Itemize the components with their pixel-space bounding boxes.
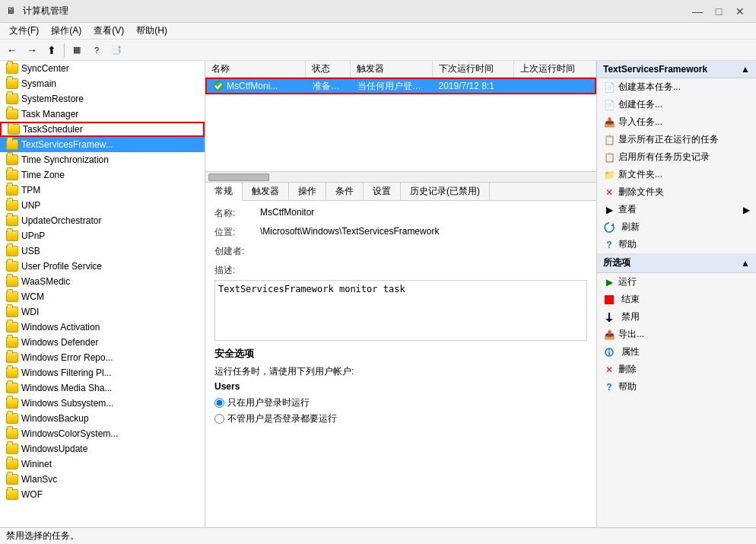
minimize-button[interactable]: — — [688, 4, 707, 19]
menu-bar: 文件(F) 操作(A) 查看(V) 帮助(H) — [0, 23, 756, 40]
tree-item-wdi[interactable]: WDI — [0, 304, 205, 320]
action-create-basic[interactable]: 📄 创建基本任务... — [597, 78, 756, 96]
col-header-trigger: 触发器 — [351, 61, 433, 77]
tree-item-windowserrorrepo[interactable]: Windows Error Repo... — [0, 350, 205, 365]
action-delete-folder[interactable]: ✕ 删除文件夹 — [597, 183, 756, 201]
tree-item-sysmain[interactable]: Sysmain — [0, 76, 205, 91]
folder-icon — [6, 63, 18, 74]
svg-point-6 — [608, 349, 610, 351]
tree-item-wcm[interactable]: WCM — [0, 289, 205, 304]
radio-loginonly[interactable] — [214, 398, 224, 408]
action-disable[interactable]: 禁用 — [597, 308, 756, 326]
folder-icon — [6, 200, 18, 211]
action-properties[interactable]: 属性 — [597, 343, 756, 361]
close-button[interactable]: ✕ — [730, 4, 750, 19]
tab-settings[interactable]: 设置 — [364, 183, 401, 200]
menu-file[interactable]: 文件(F) — [3, 23, 45, 39]
properties-toolbar-button[interactable]: 📑 — [107, 42, 125, 59]
show-hide-button[interactable]: ▦ — [68, 42, 86, 59]
tree-item-windowsdefender[interactable]: Windows Defender — [0, 335, 205, 350]
action-run[interactable]: ▶ 运行 — [597, 273, 756, 291]
desc-textarea[interactable] — [214, 280, 587, 341]
action-create-task[interactable]: 📄 创建任务... — [597, 96, 756, 113]
tree-item-tpm[interactable]: TPM — [0, 183, 205, 198]
show-running-icon: 📋 — [603, 134, 615, 146]
tree-item-timezone[interactable]: Time Zone — [0, 167, 205, 183]
folder-icon — [6, 154, 18, 165]
app-title: 计算机管理 — [23, 5, 68, 17]
action-stop[interactable]: 结束 — [597, 291, 756, 308]
col-header-name: 名称 — [205, 61, 306, 77]
action-view[interactable]: ▶ 查看 ▶ — [597, 201, 756, 218]
tree-item-windowsfiltering[interactable]: Windows Filtering Pl... — [0, 365, 205, 380]
enable-history-icon: 📋 — [603, 151, 615, 164]
folder-icon — [6, 94, 18, 104]
tree-item-systemrestore[interactable]: SystemRestore — [0, 91, 205, 107]
tab-actions[interactable]: 操作 — [289, 183, 326, 200]
tab-history[interactable]: 历史记录(已禁用) — [401, 183, 490, 200]
col-header-status: 状态 — [306, 61, 351, 77]
tree-item-waasmedic[interactable]: WaaSMedic — [0, 274, 205, 289]
tree-item-windowscolorsystem[interactable]: WindowsColorSystem... — [0, 426, 205, 441]
folder-icon — [6, 444, 18, 454]
back-button[interactable]: ← — [3, 42, 21, 59]
actions-panel: TextServicesFramework ▲ 📄 创建基本任务... 📄 创建… — [596, 61, 756, 527]
up-button[interactable]: ⬆ — [43, 42, 61, 59]
tree-item-timesync[interactable]: Time Synchronization — [0, 152, 205, 167]
action-enable-history[interactable]: 📋 启用所有任务历史记录 — [597, 148, 756, 166]
delete-folder-icon: ✕ — [603, 186, 615, 199]
tree-item-wof[interactable]: WOF — [0, 487, 205, 502]
folder-icon — [6, 261, 18, 272]
action-help-selected[interactable]: ? 帮助 — [597, 378, 756, 396]
tree-item-windowsactivation[interactable]: Windows Activation — [0, 320, 205, 335]
tree-item-wininet[interactable]: Wininet — [0, 457, 205, 472]
collapse-icon-main[interactable]: ▲ — [741, 64, 750, 75]
action-import-task[interactable]: 📥 导入任务... — [597, 113, 756, 131]
detail-area: 常规 触发器 操作 条件 设置 历史记录(已禁用) 名称: MsCtfMonit… — [205, 183, 596, 527]
menu-view[interactable]: 查看(V) — [87, 23, 130, 39]
tree-item-wlansvc[interactable]: WlanSvc — [0, 472, 205, 487]
toolbar: ← → ⬆ ▦ ? 📑 — [0, 40, 756, 61]
folder-icon — [6, 322, 18, 332]
col-header-prev: 上次运行时间 — [514, 61, 596, 77]
tab-general[interactable]: 常规 — [205, 183, 243, 201]
help-toolbar-button[interactable]: ? — [87, 42, 106, 59]
svg-rect-2 — [605, 295, 614, 304]
table-row[interactable]: MsCtfMoni... 准备就绪 当任何用户登录时 2019/7/12 8:1 — [205, 78, 596, 94]
tree-item-unp[interactable]: UNP — [0, 198, 205, 213]
title-bar: 🖥 计算机管理 — □ ✕ — [0, 0, 756, 23]
action-refresh[interactable]: 刷新 — [597, 218, 756, 236]
tree-item-textservicesframework[interactable]: TextServicesFramew... — [0, 137, 205, 152]
maximize-button[interactable]: □ — [709, 4, 729, 19]
tree-item-windowsbackup[interactable]: WindowsBackup — [0, 411, 205, 426]
menu-action[interactable]: 操作(A) — [45, 23, 87, 39]
tree-item-updateorchestrator[interactable]: UpdateOrchestrator — [0, 213, 205, 228]
tab-content-general: 名称: MsCtfMonitor 位置: \Microsoft\Windows\… — [205, 201, 596, 527]
action-new-folder[interactable]: 📁 新文件夹... — [597, 166, 756, 183]
tree-item-usb[interactable]: USB — [0, 243, 205, 259]
collapse-icon-selected[interactable]: ▲ — [741, 258, 750, 269]
stop-icon — [603, 294, 615, 306]
tree-item-windowsupdate[interactable]: WindowsUpdate — [0, 441, 205, 457]
view-icon: ▶ — [603, 204, 615, 216]
tree-item-userprofileservice[interactable]: User Profile Service — [0, 259, 205, 274]
disable-icon — [603, 311, 615, 323]
tree-panel: SyncCenter Sysmain SystemRestore Task Ma… — [0, 61, 205, 527]
location-value: \Microsoft\Windows\TextServicesFramework — [260, 226, 587, 237]
help-selected-icon: ? — [603, 381, 615, 393]
tree-item-windowsmedia[interactable]: Windows Media Sha... — [0, 380, 205, 396]
radio-always[interactable] — [214, 414, 224, 424]
menu-help[interactable]: 帮助(H) — [130, 23, 173, 39]
action-help-main[interactable]: ? 帮助 — [597, 236, 756, 253]
tree-item-synccenter[interactable]: SyncCenter — [0, 61, 205, 76]
action-export[interactable]: 📤 导出... — [597, 326, 756, 343]
action-show-running[interactable]: 📋 显示所有正在运行的任务 — [597, 131, 756, 148]
tree-item-taskmanager[interactable]: Task Manager — [0, 107, 205, 122]
tree-item-upnp[interactable]: UPnP — [0, 228, 205, 243]
forward-button[interactable]: → — [23, 42, 41, 59]
tree-item-windowssubsystem[interactable]: Windows Subsystem... — [0, 396, 205, 411]
action-delete[interactable]: ✕ 删除 — [597, 361, 756, 378]
tree-item-taskscheduler[interactable]: TaskScheduler — [0, 122, 205, 137]
tab-conditions[interactable]: 条件 — [326, 183, 364, 200]
tab-triggers[interactable]: 触发器 — [243, 183, 289, 200]
